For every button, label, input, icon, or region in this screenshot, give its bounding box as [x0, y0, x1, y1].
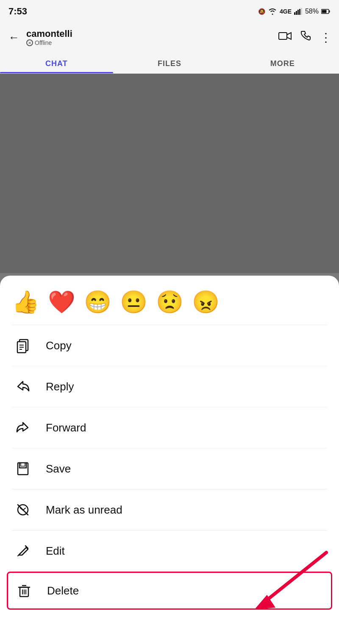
- menu-item-reply[interactable]: Reply: [12, 366, 327, 407]
- emoji-reactions-row: 👍 ❤️ 😁 😐 😟 😠: [12, 287, 327, 325]
- contact-status: ✕ Offline: [26, 39, 273, 46]
- mute-icon: 🔕: [258, 8, 265, 15]
- reply-icon: [12, 376, 34, 398]
- reaction-thumbs-up[interactable]: 👍: [12, 291, 39, 313]
- delete-icon: [13, 580, 35, 602]
- reaction-worried[interactable]: 😟: [156, 291, 183, 313]
- wifi-icon: [268, 8, 277, 15]
- svg-rect-1: [296, 11, 297, 15]
- signal-icon: [294, 8, 303, 15]
- mark-unread-icon: [12, 499, 34, 521]
- battery-percent: 58%: [305, 8, 319, 15]
- menu-item-save[interactable]: Save: [12, 448, 327, 489]
- menu-item-delete[interactable]: Delete: [7, 572, 332, 610]
- edit-label: Edit: [46, 544, 65, 558]
- tab-files[interactable]: FILES: [113, 53, 226, 73]
- header-actions: ⋮: [278, 30, 332, 44]
- svg-rect-3: [299, 9, 300, 15]
- svg-rect-2: [297, 10, 299, 15]
- chat-header: ← camontelli ✕ Offline ⋮: [0, 22, 339, 53]
- reaction-grin[interactable]: 😁: [84, 291, 111, 313]
- reply-label: Reply: [46, 380, 74, 393]
- back-button[interactable]: ←: [7, 29, 21, 46]
- save-icon: [12, 458, 34, 480]
- reaction-neutral[interactable]: 😐: [120, 291, 147, 313]
- battery-icon: [321, 9, 331, 14]
- menu-item-edit[interactable]: Edit: [12, 531, 327, 572]
- chat-area: [0, 74, 339, 273]
- svg-rect-4: [301, 8, 302, 15]
- menu-item-forward[interactable]: Forward: [12, 407, 327, 448]
- delete-label: Delete: [47, 584, 79, 597]
- svg-rect-0: [294, 12, 295, 15]
- svg-rect-6: [329, 11, 330, 13]
- edit-icon: [12, 540, 34, 562]
- svg-line-17: [18, 555, 19, 556]
- more-options-button[interactable]: ⋮: [320, 30, 332, 44]
- tabs-bar: CHAT FILES MORE: [0, 53, 339, 74]
- reaction-heart[interactable]: ❤️: [48, 291, 75, 313]
- reaction-angry[interactable]: 😠: [192, 291, 220, 313]
- network-type: 4GE: [280, 8, 292, 15]
- menu-item-copy[interactable]: Copy: [12, 325, 327, 366]
- tab-more[interactable]: MORE: [226, 53, 339, 73]
- context-menu-sheet: 👍 ❤️ 😁 😐 😟 😠 Copy Reply: [0, 276, 339, 644]
- svg-rect-7: [322, 10, 327, 13]
- forward-icon: [12, 417, 34, 439]
- status-time: 7:53: [8, 6, 27, 17]
- menu-item-mark-unread[interactable]: Mark as unread: [12, 489, 327, 531]
- status-bar: 7:53 🔕 4GE 58%: [0, 0, 339, 22]
- tab-chat[interactable]: CHAT: [0, 53, 113, 73]
- contact-name: camontelli: [26, 28, 273, 39]
- forward-label: Forward: [46, 421, 86, 434]
- mark-unread-label: Mark as unread: [46, 503, 122, 517]
- svg-rect-8: [279, 33, 287, 39]
- contact-info: camontelli ✕ Offline: [26, 28, 273, 46]
- offline-icon: ✕: [26, 39, 33, 46]
- save-label: Save: [46, 462, 71, 475]
- copy-icon: [12, 334, 34, 357]
- status-text: Offline: [35, 39, 52, 46]
- video-call-button[interactable]: [278, 31, 292, 43]
- phone-call-button[interactable]: [300, 30, 311, 44]
- copy-label: Copy: [46, 339, 72, 352]
- status-icons: 🔕 4GE 58%: [258, 8, 331, 15]
